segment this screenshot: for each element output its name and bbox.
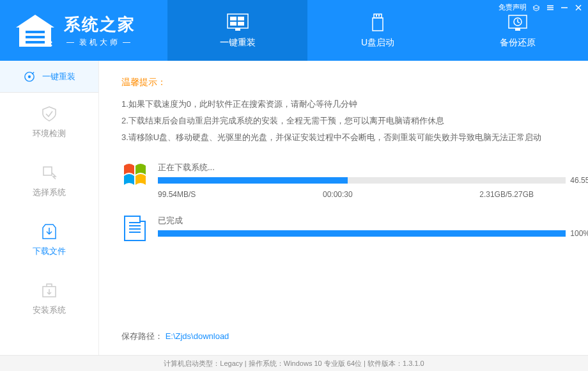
version: 1.3.1.0	[403, 359, 424, 367]
tip-line: 1.如果下载速度为0，此时软件正在搜索资源，请耐心等待几分钟	[121, 96, 566, 113]
download-progress-bar: 46.55%	[158, 177, 566, 184]
os-label: 操作系统：	[249, 359, 284, 368]
tab-label: 一键重装	[220, 37, 256, 49]
document-icon	[121, 215, 148, 242]
completed-progress-fill	[158, 230, 566, 237]
download-size: 2.31GB/5.27GB	[479, 190, 534, 199]
windows-icon	[226, 13, 249, 32]
svg-rect-14	[373, 18, 383, 31]
target-icon	[23, 70, 36, 83]
usb-icon	[366, 13, 389, 32]
svg-rect-15	[376, 15, 377, 17]
svg-rect-16	[378, 15, 380, 17]
tab-label: U盘启动	[361, 37, 394, 49]
svg-point-27	[28, 75, 31, 77]
svg-rect-8	[230, 17, 236, 20]
svg-rect-11	[238, 22, 244, 26]
save-path-value[interactable]: E:\Zjds\download	[166, 331, 229, 341]
save-path-label: 保存路径：	[121, 331, 163, 341]
tip-line: 3.请移除U盘、移动硬盘、光驱里的光盘，并保证安装过程中不会断电，否则重装可能失…	[121, 129, 566, 146]
sidebar-item-download[interactable]: 下载文件	[0, 210, 98, 269]
download-speed: 99.54MB/S	[158, 190, 196, 199]
svg-point-3	[47, 41, 49, 43]
tips-title: 温馨提示：	[121, 77, 566, 88]
svg-point-6	[50, 44, 52, 46]
header: 系统之家 装机大师 一键重装 U盘启动	[0, 0, 588, 61]
restore-icon	[506, 13, 529, 32]
sidebar: 一键重装 环境检测 选择系统 下载文件 安装系统	[0, 61, 99, 355]
svg-point-5	[47, 44, 49, 46]
svg-rect-9	[238, 17, 244, 20]
disclaimer-link[interactable]: 免责声明	[499, 3, 527, 12]
sidebar-label: 选择系统	[33, 187, 66, 198]
completed-percent: 100%	[570, 229, 588, 238]
boot-type-label: 计算机启动类型：	[164, 359, 220, 368]
svg-rect-19	[515, 28, 520, 31]
svg-rect-10	[230, 22, 236, 26]
sidebar-label: 安装系统	[33, 304, 66, 316]
logo: 系统之家 装机大师	[0, 12, 148, 50]
install-icon	[40, 281, 58, 299]
footer: 计算机启动类型： Legacy | 操作系统： Windows 10 专业版 6…	[0, 355, 588, 371]
sidebar-item-select-system[interactable]: 选择系统	[0, 152, 98, 210]
svg-rect-2	[26, 41, 45, 43]
main-content: 温馨提示： 1.如果下载速度为0，此时软件正在搜索资源，请耐心等待几分钟 2.下…	[99, 61, 588, 355]
menu-icon[interactable]	[546, 3, 555, 12]
window-controls: 免责声明	[499, 3, 583, 12]
tab-label: 备份还原	[500, 37, 536, 49]
download-icon	[40, 223, 58, 241]
completed-progress-bar: 100%	[158, 230, 566, 237]
boot-type: Legacy	[220, 359, 242, 367]
svg-rect-12	[235, 28, 240, 31]
sidebar-label: 环境检测	[33, 128, 66, 139]
svg-rect-1	[26, 36, 45, 38]
shield-icon	[40, 105, 58, 123]
sidebar-label: 一键重装	[42, 71, 75, 83]
close-icon[interactable]	[574, 3, 583, 12]
svg-rect-7	[228, 14, 248, 28]
svg-rect-13	[374, 14, 382, 18]
download-system-row: 正在下载系统... 46.55% 99.54MB/S 00:00:30 2.31…	[121, 162, 566, 199]
sidebar-item-env-check[interactable]: 环境检测	[0, 93, 98, 152]
minimize-icon[interactable]	[560, 3, 569, 12]
sidebar-item-reinstall[interactable]: 一键重装	[0, 61, 98, 93]
svg-point-4	[50, 41, 52, 43]
download-percent: 46.55%	[570, 176, 588, 185]
download-elapsed: 00:00:30	[323, 190, 353, 199]
select-icon	[40, 164, 58, 182]
download-progress-fill	[158, 177, 348, 184]
save-path-row: 保存路径： E:\Zjds\download	[121, 331, 229, 342]
logo-subtitle: 装机大师	[64, 37, 135, 48]
windows-logo-icon	[121, 162, 148, 189]
completed-row: 已完成 100%	[121, 215, 566, 242]
hat-icon[interactable]	[532, 3, 541, 12]
tab-usb-boot[interactable]: U盘启动	[307, 0, 447, 61]
svg-rect-0	[26, 31, 45, 33]
tip-line: 2.下载结束后会自动重启并完成系统的安装，全程无需干预，您可以离开电脑请稍作休息	[121, 113, 566, 129]
completed-label: 已完成	[158, 215, 566, 226]
download-status-label: 正在下载系统...	[158, 162, 566, 173]
tab-reinstall[interactable]: 一键重装	[167, 0, 307, 61]
sidebar-item-install[interactable]: 安装系统	[0, 269, 98, 328]
version-label: 软件版本：	[368, 359, 403, 368]
logo-title: 系统之家	[64, 13, 135, 36]
sidebar-label: 下载文件	[33, 246, 66, 257]
house-logo-icon	[13, 12, 58, 50]
os: Windows 10 专业版 64位	[284, 359, 362, 368]
